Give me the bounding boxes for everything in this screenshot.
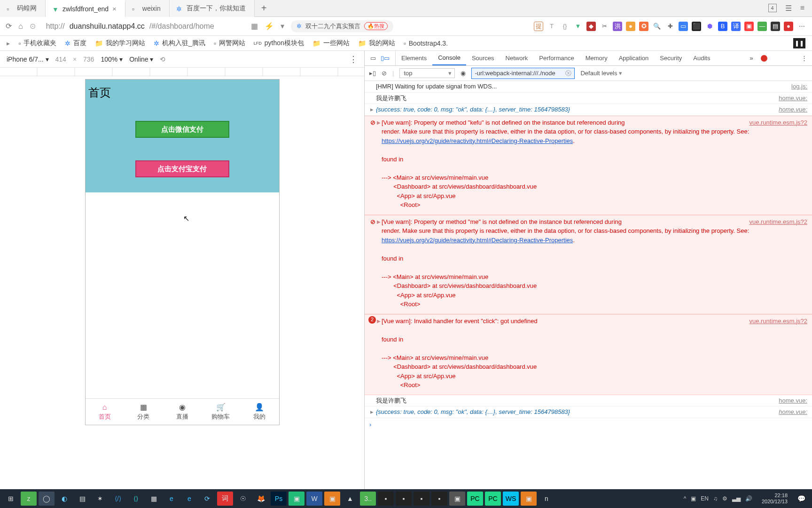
bookmark-folder[interactable]: 📁一些网站 [312,39,350,48]
tray-up-icon[interactable]: ^ [684,495,687,502]
source-link[interactable]: log.js: [782,82,807,91]
close-icon[interactable]: × [112,5,117,13]
bookmark-folder[interactable]: 📁我的学习网站 [95,39,145,48]
ext-icon[interactable]: ✂ [600,22,609,31]
context-select[interactable]: top [399,68,455,78]
task-ie[interactable]: e [164,492,180,506]
browser-tab[interactable]: ▫码蝗网 [0,0,46,17]
rotate-icon[interactable]: ⟲ [160,56,165,63]
console-filter-input[interactable]: -url:webpack-internal:///./nodeⓧ [471,68,575,79]
site-info-icon[interactable]: ⊙ [30,22,36,31]
chevron-down-icon[interactable]: ▾ [281,22,284,31]
menu-icon[interactable]: ≡ [800,4,804,13]
tray-volume-icon[interactable]: 🔊 [745,495,752,502]
devtools-tab-security[interactable]: Security [654,51,687,65]
task-icon[interactable]: ✶ [92,492,108,506]
ext-icon[interactable]: ✪ [639,22,648,31]
task-icon[interactable]: ▣ [449,492,465,506]
source-link[interactable]: vue.runtime.esm.js?2 [749,217,807,227]
device-mode-icon[interactable]: ▯▭ [381,55,390,62]
devtools-tab-memory[interactable]: Memory [580,51,613,65]
devtools-tab-application[interactable]: Application [613,51,655,65]
tabbar-cart[interactable]: 🛒购物车 [202,399,240,425]
task-terminal[interactable]: ▪ [431,492,447,506]
ext-icon[interactable]: — [757,22,767,31]
source-link[interactable]: vue.runtime.esm.js?2 [749,118,807,127]
ext-icon[interactable]: ▤ [771,22,780,31]
tray-network-icon[interactable]: ▃▅ [732,495,741,502]
tray-icon[interactable]: ▣ [691,495,696,502]
task-icon[interactable]: ⟳ [199,492,215,506]
devtools-tab-network[interactable]: Network [500,51,534,65]
ext-icon[interactable]: ✚ [665,22,675,31]
source-link[interactable]: home.vue: [769,396,807,405]
task-icon[interactable]: ▣ [324,492,340,506]
ext-icon[interactable]: ⬛ [692,22,701,31]
task-icon[interactable]: ◐ [56,492,72,506]
bookmarks-toggle-icon[interactable]: ▸ [7,40,10,47]
ext-icon[interactable]: ● [626,22,635,31]
bookmark-item[interactable]: LFDpython模块包 [254,39,304,48]
ext-icon[interactable]: 提 [534,22,543,31]
zoom-select[interactable]: 100% ▾ [101,56,123,63]
console-output[interactable]: [HMR] Waiting for update signal from WDS… [365,81,812,489]
ext-icon[interactable]: ● [784,22,793,31]
browser-tab[interactable]: ▼zwlsfdfront_end× [46,0,125,17]
task-pycharm[interactable]: PC [485,492,501,506]
task-icon[interactable]: ▦ [146,492,162,506]
tabbar-category[interactable]: ▦分类 [124,399,163,425]
devtools-tab-sources[interactable]: Sources [466,51,500,65]
browser-tab[interactable]: ✲百度一下，你就知道 [170,0,255,17]
tray-icon[interactable]: ♫ [713,495,718,502]
ext-icon[interactable]: ▭ [679,22,688,31]
task-photoshop[interactable]: Ps [271,492,287,506]
source-link[interactable]: home.vue: [769,94,807,103]
device-select[interactable]: iPhone 6/7... ▾ [7,56,49,63]
more-tabs-icon[interactable]: » [745,55,758,62]
task-icon[interactable]: ⟨⟩ [128,492,144,506]
task-icon[interactable]: ▲ [342,492,358,506]
system-tray[interactable]: ^ ▣ EN ♫ ⚙ ▃▅ 🔊 [684,495,756,502]
tray-icon[interactable]: ⚙ [722,495,727,502]
device-width[interactable]: 414 [55,56,66,63]
start-button[interactable]: ⊞ [3,492,19,506]
task-terminal[interactable]: ▪ [378,492,394,506]
devtools-tab-performance[interactable]: Performance [533,51,579,65]
task-terminal[interactable]: ▪ [396,492,412,506]
bookmark-item[interactable]: ▫手机收藏夹 [18,39,56,48]
task-icon[interactable]: 词 [217,492,233,506]
bookmark-item[interactable]: ▫网警网站 [214,39,245,48]
task-pycharm[interactable]: PC [467,492,483,506]
error-indicator-icon[interactable] [761,55,767,62]
reading-list-icon[interactable]: ☰ [785,4,792,13]
tray-lang[interactable]: EN [701,495,709,502]
notifications-icon[interactable]: 💬 [793,492,809,506]
devtools-tab-elements[interactable]: Elements [396,51,432,65]
clear-filter-icon[interactable]: ⓧ [565,69,571,78]
tab-count-badge[interactable]: 4 [768,4,777,12]
bookmark-folder[interactable]: 📁我的网站 [358,39,395,48]
qr-icon[interactable]: ▦ [251,22,258,31]
inspect-icon[interactable]: ▭ [370,55,376,62]
doc-link[interactable]: https://vuejs.org/v2/guide/reactivity.ht… [382,237,573,244]
home-icon[interactable]: ⌂ [18,22,23,31]
task-icon[interactable]: n [539,492,554,506]
devtools-tab-audits[interactable]: Audits [687,51,716,65]
ext-icon[interactable]: ▣ [744,22,754,31]
ext-icon[interactable]: 🔍 [652,22,662,31]
new-tab-button[interactable]: + [255,3,273,14]
source-link[interactable]: home.vue: [769,105,807,114]
task-icon[interactable]: z [21,492,37,506]
task-icon[interactable]: ☉ [235,492,251,506]
bookmark-item[interactable]: ▫Bootstrap4.3. [404,40,448,47]
task-icon[interactable]: ▤ [74,492,90,506]
reload-icon[interactable]: ⟳ [6,22,12,31]
live-expression-icon[interactable]: ◉ [461,70,466,77]
task-firefox[interactable]: 🦊 [253,492,269,506]
source-link[interactable]: home.vue: [769,407,807,417]
task-word[interactable]: W [306,492,322,506]
ext-icon[interactable]: B [718,22,727,31]
console-prompt[interactable]: › [365,418,812,431]
task-vscode[interactable]: ⟨/⟩ [110,492,126,506]
ext-icon[interactable]: T [547,22,556,31]
